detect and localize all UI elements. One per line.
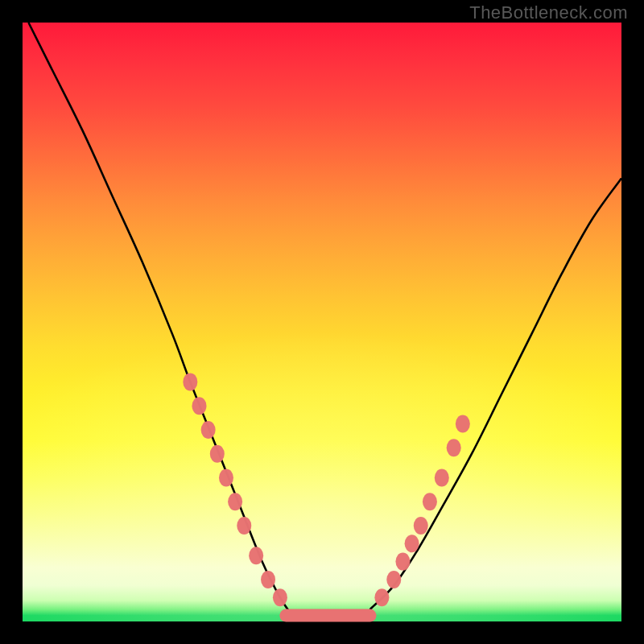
data-marker [249,547,263,564]
data-marker [374,588,389,606]
data-marker [183,373,197,390]
data-marker [447,439,461,456]
data-marker [395,553,410,571]
data-marker [192,397,206,415]
plot-area [23,23,621,621]
data-marker [273,588,287,606]
watermark-text: TheBottleneck.com [469,2,628,23]
data-marker [228,493,242,510]
data-marker [435,469,449,486]
data-marker [237,517,251,535]
data-marker [405,535,419,552]
data-markers [183,373,470,606]
data-marker [414,517,428,535]
chart-svg [23,23,621,621]
data-marker [261,571,275,588]
data-marker [210,445,225,463]
data-marker [456,415,470,432]
left-curve [28,23,291,616]
data-marker [423,493,437,510]
data-marker [219,469,233,486]
data-marker [386,571,401,588]
data-marker [201,421,216,439]
